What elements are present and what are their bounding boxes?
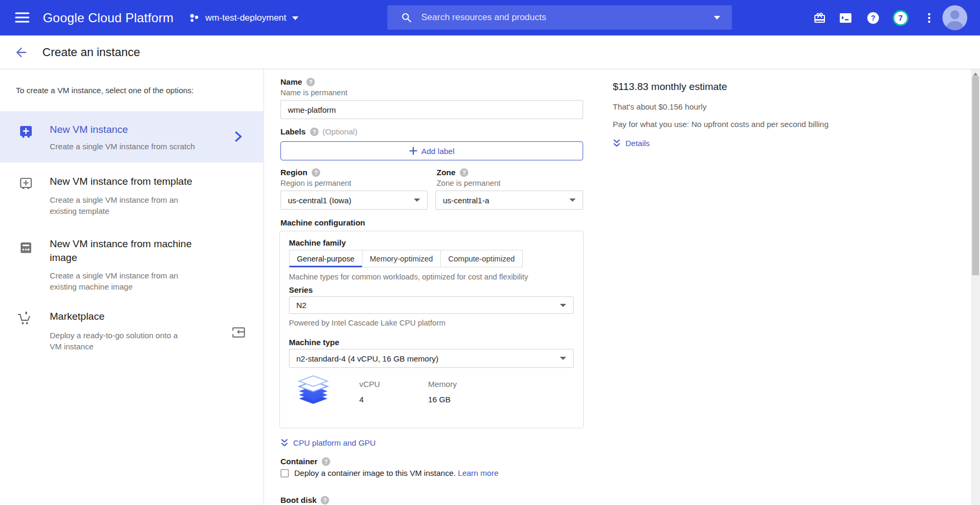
question-help-icon[interactable]: ? [322, 457, 330, 466]
add-vm-icon [19, 125, 33, 139]
exit-to-app-icon[interactable] [232, 326, 246, 339]
memory-spec: Memory 16 GB [428, 380, 457, 404]
svg-text:?: ? [308, 79, 312, 85]
page-title: Create an instance [42, 35, 140, 69]
marketplace-cart-icon [16, 310, 33, 327]
question-help-icon[interactable]: ? [306, 78, 315, 86]
boot-disk-label: Boot disk ? [280, 495, 329, 504]
template-vm-icon [19, 177, 33, 191]
machine-configuration-card: Machine family General-purpose Memory-op… [279, 231, 584, 428]
cpu-platform-gpu-link[interactable]: CPU platform and GPU [280, 438, 376, 447]
vcpu-value: 4 [359, 395, 380, 404]
billing-note: Pay for what you use: No upfront costs a… [613, 120, 829, 129]
scrollbar-thumb[interactable] [972, 76, 979, 275]
question-help-icon[interactable]: ? [312, 168, 320, 177]
hourly-estimate: That's about $0.156 hourly [613, 102, 706, 111]
deploy-container-text: Deploy a container image to this VM inst… [294, 468, 498, 477]
svg-text:?: ? [314, 169, 317, 176]
monthly-estimate-title: $113.83 monthly estimate [613, 81, 727, 93]
search-input[interactable] [421, 12, 714, 23]
project-switcher-icon [189, 13, 199, 23]
chevron-right-icon [233, 130, 243, 143]
sidebar-item-marketplace[interactable]: Marketplace Deploy a ready-to-go solutio… [0, 305, 264, 364]
question-help-icon[interactable]: ? [321, 496, 329, 504]
plus-icon [409, 147, 418, 155]
region-field-helper: Region is permanent [280, 179, 351, 187]
sidebar-item-new-vm-from-template[interactable]: New VM instance from template Create a s… [0, 172, 264, 230]
option-title: Marketplace [50, 310, 105, 323]
dropdown-caret-icon [569, 199, 576, 202]
machine-image-icon [19, 241, 33, 255]
learn-more-link[interactable]: Learn more [458, 468, 498, 477]
option-title: New VM instance from machine image [50, 237, 208, 265]
create-instance-page: Google Cloud Platform wm-test-deployment… [0, 0, 980, 505]
cloud-shell-icon[interactable] [835, 0, 856, 35]
notification-count: 7 [899, 13, 903, 22]
optional-tag: (Optional) [323, 127, 358, 136]
svg-text:?: ? [312, 129, 316, 135]
svg-text:?: ? [871, 14, 876, 22]
sidebar-intro-text: To create a VM instance, select one of t… [16, 86, 194, 95]
question-help-icon[interactable]: ? [460, 168, 468, 177]
menu-icon[interactable] [15, 11, 30, 24]
labels-field-label: Labels ? (Optional) [280, 127, 357, 136]
name-field-label: Name ? [280, 77, 315, 86]
series-select[interactable]: N2 [289, 296, 574, 314]
vcpu-spec: vCPU 4 [359, 380, 380, 404]
option-description: Deploy a ready-to-go solution onto a VM … [50, 330, 187, 352]
more-vert-icon[interactable] [919, 0, 940, 35]
container-field-label: Container ? [280, 457, 330, 466]
add-label-button[interactable]: Add label [280, 141, 583, 160]
machine-type-label: Machine type [289, 338, 339, 347]
svg-text:?: ? [462, 169, 466, 176]
memory-label: Memory [428, 380, 457, 389]
dropdown-caret-icon [414, 199, 420, 202]
dropdown-caret-icon [560, 304, 566, 307]
tab-general-purpose[interactable]: General-purpose [289, 250, 362, 267]
series-label: Series [289, 285, 313, 294]
sidebar-item-new-vm-from-machine-image[interactable]: New VM instance from machine image Creat… [0, 234, 264, 300]
help-icon[interactable]: ? [863, 0, 884, 35]
sidebar-item-new-vm-instance[interactable]: New VM instance Create a single VM insta… [0, 111, 264, 163]
series-helper: Powered by Intel Cascade Lake CPU platfo… [289, 319, 446, 327]
vcpu-label: vCPU [359, 380, 380, 389]
svg-text:?: ? [324, 458, 328, 465]
notifications-badge[interactable]: 7 [890, 0, 911, 35]
gift-icon[interactable] [809, 0, 830, 35]
zone-select[interactable]: us-central1-a [435, 191, 583, 210]
gcp-logo[interactable]: Google Cloud Platform [43, 0, 174, 35]
project-selector[interactable]: wm-test-deployment [189, 7, 298, 29]
avatar[interactable] [942, 5, 967, 30]
option-description: Create a single VM instance from an exis… [50, 194, 182, 217]
estimate-details-link[interactable]: Details [613, 139, 650, 148]
machine-family-description: Machine types for common workloads, opti… [289, 273, 528, 281]
region-select[interactable]: us-central1 (Iowa) [280, 191, 428, 210]
topbar: Google Cloud Platform wm-test-deployment… [0, 0, 980, 35]
project-name: wm-test-deployment [205, 13, 286, 23]
expand-double-chevron-icon [280, 438, 288, 447]
region-field-label: Region ? [280, 168, 320, 177]
zone-field-helper: Zone is permanent [437, 179, 501, 187]
back-arrow-icon[interactable] [14, 45, 29, 60]
search-bar [387, 5, 732, 30]
layers-icon [296, 374, 331, 407]
option-description: Create a single VM instance from an exis… [50, 270, 182, 292]
option-title: New VM instance from template [50, 175, 192, 188]
name-input[interactable] [280, 100, 583, 119]
machine-configuration-title: Machine configuration [280, 218, 365, 227]
search-dropdown-caret-icon[interactable] [714, 16, 720, 20]
machine-type-select[interactable]: n2-standard-4 (4 vCPU, 16 GB memory) [289, 349, 574, 368]
search-icon [401, 12, 412, 23]
machine-family-label: Machine family [289, 238, 346, 247]
svg-text:?: ? [323, 497, 327, 503]
machine-family-tabs: General-purpose Memory-optimized Compute… [289, 250, 523, 267]
tab-compute-optimized[interactable]: Compute-optimized [441, 250, 523, 267]
name-field-helper: Name is permanent [280, 88, 348, 97]
question-help-icon[interactable]: ? [310, 128, 319, 136]
tab-memory-optimized[interactable]: Memory-optimized [362, 250, 441, 267]
deploy-container-checkbox[interactable] [280, 469, 289, 477]
memory-value: 16 GB [428, 395, 457, 404]
chevron-down-icon [292, 16, 298, 20]
vertical-scrollbar[interactable] [971, 69, 980, 505]
create-options-sidebar: To create a VM instance, select one of t… [0, 69, 264, 505]
